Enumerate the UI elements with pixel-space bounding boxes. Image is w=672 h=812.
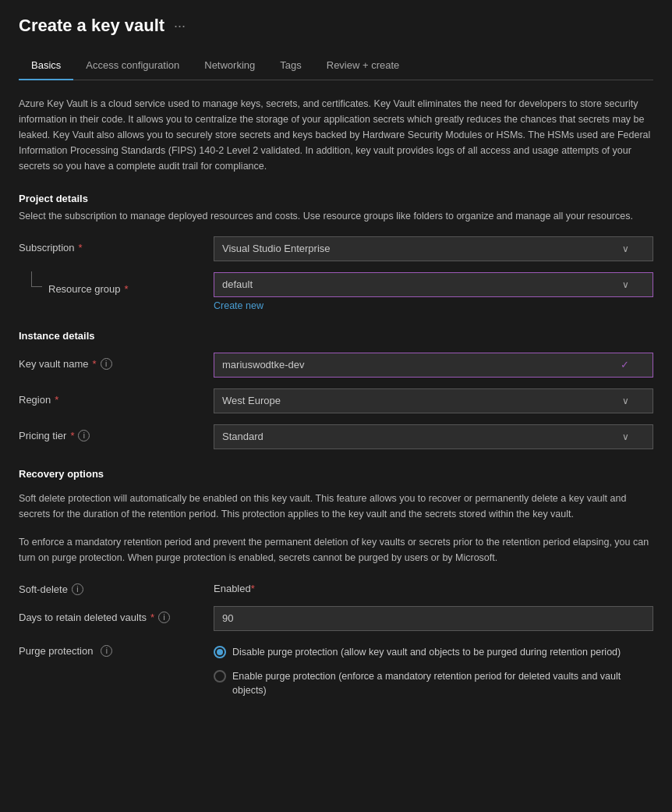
more-options-icon[interactable]: ··· [174,18,186,34]
subscription-control: Visual Studio Enterprise ∨ [214,236,653,261]
pricing-tier-label: Pricing tier * i [19,424,214,441]
days-required: * [150,612,154,623]
recovery-options-title: Recovery options [19,468,653,480]
tab-networking[interactable]: Networking [192,51,267,80]
purge-enable-label: Enable purge protection (enforce a manda… [232,669,653,699]
purge-protection-row: Purge protection i Disable purge protect… [19,642,653,698]
tab-bar: Basics Access configuration Networking T… [19,51,653,80]
tab-basics[interactable]: Basics [19,51,73,80]
subscription-chevron-icon: ∨ [622,243,629,254]
tab-tags[interactable]: Tags [267,51,313,80]
subscription-required: * [79,242,83,254]
purge-disable-radio[interactable] [214,646,226,658]
pricing-tier-chevron-icon: ∨ [622,431,629,442]
instance-details-title: Instance details [19,330,653,342]
resource-group-required: * [125,283,129,295]
soft-delete-label: Soft-delete i [19,578,214,595]
subscription-select[interactable]: Visual Studio Enterprise ∨ [214,236,653,261]
key-vault-name-input[interactable]: mariuswodtke-dev ✓ [214,353,653,378]
days-retain-control [214,606,653,631]
region-row: Region * West Europe ∨ [19,388,653,413]
soft-delete-value: Enabled* [214,578,653,594]
project-details-title: Project details [19,193,653,204]
purge-disable-option[interactable]: Disable purge protection (allow key vaul… [214,645,653,660]
purge-protection-info-icon[interactable]: i [101,645,112,657]
resource-group-label-area: Resource group * [19,272,214,295]
tab-review-create[interactable]: Review + create [314,51,412,80]
region-label: Region * [19,388,214,406]
key-vault-name-check-icon: ✓ [621,359,629,371]
soft-delete-row: Soft-delete i Enabled* [19,578,653,595]
region-control: West Europe ∨ [214,388,653,413]
resource-group-row: Resource group * default ∨ Create new [19,272,653,311]
days-retain-label: Days to retain deleted vaults * i [19,606,214,623]
pricing-tier-row: Pricing tier * i Standard ∨ [19,424,653,449]
purge-protection-control: Disable purge protection (allow key vaul… [214,642,653,698]
project-details-subtitle: Select the subscription to manage deploy… [19,209,653,224]
resource-group-select[interactable]: default ∨ [214,272,653,297]
soft-delete-star: * [251,583,255,594]
page-header: Create a key vault ··· [19,16,653,36]
tab-access-configuration[interactable]: Access configuration [73,51,192,80]
soft-delete-info-icon[interactable]: i [72,583,83,595]
key-vault-name-row: Key vault name * i mariuswodtke-dev ✓ [19,353,653,378]
purge-disable-label: Disable purge protection (allow key vaul… [232,645,621,660]
days-retain-input[interactable] [214,606,653,631]
project-details-section: Project details Select the subscription … [19,193,653,224]
region-select[interactable]: West Europe ∨ [214,388,653,413]
purge-enable-option[interactable]: Enable purge protection (enforce a manda… [214,669,653,699]
region-chevron-icon: ∨ [622,395,629,406]
pricing-tier-select[interactable]: Standard ∨ [214,424,653,449]
purge-protection-label: Purge protection [19,645,93,657]
pricing-tier-info-icon[interactable]: i [78,430,90,441]
purge-radio-group: Disable purge protection (allow key vaul… [214,642,653,698]
instance-details-section: Instance details [19,330,653,342]
pricing-tier-required: * [70,430,74,441]
resource-group-chevron-icon: ∨ [622,279,629,290]
key-vault-name-label: Key vault name * i [19,353,214,370]
subscription-label: Subscription * [19,236,214,254]
page-title: Create a key vault [19,16,164,36]
region-required: * [55,394,58,406]
key-vault-name-info-icon[interactable]: i [101,358,112,370]
key-vault-name-required: * [93,358,97,370]
resource-group-control: default ∨ Create new [214,272,653,311]
subscription-row: Subscription * Visual Studio Enterprise … [19,236,653,261]
days-info-icon[interactable]: i [158,612,170,623]
purge-enable-radio[interactable] [214,670,226,683]
description-text: Azure Key Vault is a cloud service used … [19,96,653,174]
connector-line-icon [31,271,42,287]
days-retain-row: Days to retain deleted vaults * i [19,606,653,631]
pricing-tier-control: Standard ∨ [214,424,653,449]
create-new-link[interactable]: Create new [214,300,653,311]
purge-description: To enforce a mandatory retention period … [19,534,653,566]
soft-delete-description: Soft delete protection will automaticall… [19,491,653,522]
key-vault-name-control: mariuswodtke-dev ✓ [214,353,653,378]
recovery-options-section: Recovery options [19,468,653,480]
